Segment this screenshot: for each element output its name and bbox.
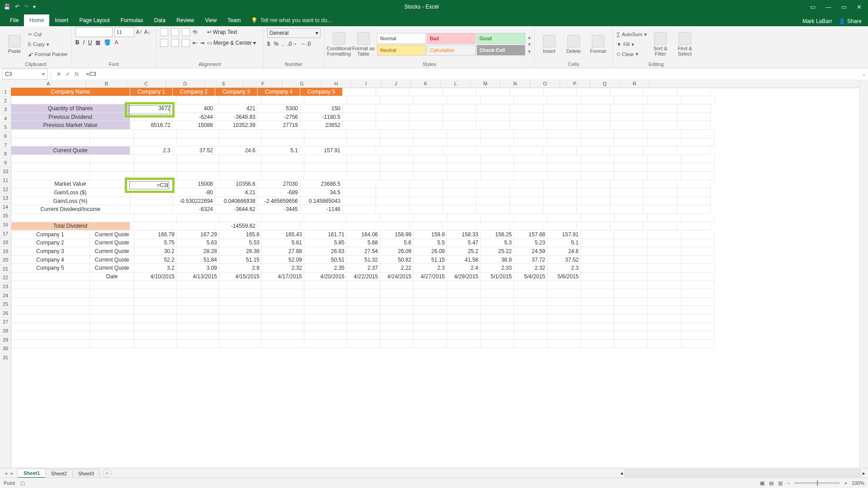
column-header-G[interactable]: G	[283, 80, 321, 80]
font-color-button[interactable]: A	[114, 39, 118, 48]
format-painter-button[interactable]: 🖌Format Painter	[28, 50, 68, 58]
clear-button[interactable]: ◇Clear ▾	[617, 50, 647, 58]
ribbon-options-icon[interactable]: ▭	[810, 4, 816, 10]
column-header-B[interactable]: B	[86, 80, 127, 80]
vertical-scrollbar[interactable]	[859, 80, 868, 80]
merge-center-button[interactable]: ▭ Merge & Center ▾	[207, 40, 256, 46]
format-as-table-button[interactable]: Format as Table	[353, 32, 374, 56]
copy-button[interactable]: ⎘Copy▾	[28, 40, 68, 49]
styles-more-icon[interactable]: ▾	[528, 48, 531, 55]
style-check-cell[interactable]: Check Cell	[476, 45, 525, 56]
insert-cells-button[interactable]: Insert	[538, 35, 560, 54]
expand-formula-bar-icon[interactable]: ⌄	[860, 71, 868, 77]
tab-data[interactable]: Data	[149, 14, 171, 26]
maximize-icon[interactable]: ▭	[841, 4, 847, 10]
column-header-R[interactable]: R	[620, 80, 650, 80]
orientation-icon[interactable]: ⟲	[193, 29, 197, 35]
conditional-formatting-button[interactable]: Conditional Formatting	[328, 32, 350, 56]
column-header-O[interactable]: O	[530, 80, 560, 80]
underline-button[interactable]: U	[88, 39, 92, 48]
style-neutral[interactable]: Neutral	[377, 45, 426, 56]
insert-function-icon[interactable]: fx	[75, 71, 81, 77]
number-format-dropdown[interactable]: General▾	[267, 28, 321, 38]
delete-cells-button[interactable]: Delete	[563, 35, 585, 54]
increase-font-icon[interactable]: A↑	[136, 29, 142, 35]
column-header-K[interactable]: K	[411, 80, 441, 80]
comma-format-icon[interactable]: ,	[282, 41, 283, 47]
tab-page-layout[interactable]: Page Layout	[74, 14, 115, 26]
align-top-icon[interactable]	[160, 28, 168, 36]
group-clipboard: Paste ✂Cut ⎘Copy▾ 🖌Format Painter Clipbo…	[0, 26, 72, 68]
column-header-M[interactable]: M	[471, 80, 500, 80]
align-middle-icon[interactable]	[171, 28, 179, 36]
style-calculation[interactable]: Calculation	[427, 45, 476, 56]
sort-filter-button[interactable]: Sort & Filter	[650, 32, 671, 56]
tab-home[interactable]: Home	[24, 14, 49, 26]
column-headers[interactable]: ABCDEFGHIJKLMNOPQR	[11, 80, 860, 80]
undo-icon[interactable]: ↶	[15, 4, 19, 10]
cancel-formula-icon[interactable]: ✕	[57, 71, 61, 77]
save-icon[interactable]: 💾	[4, 4, 10, 10]
align-center-icon[interactable]	[171, 39, 179, 47]
tab-view[interactable]: View	[200, 14, 222, 26]
enter-formula-icon[interactable]: ✓	[66, 71, 70, 77]
tab-review[interactable]: Review	[171, 14, 199, 26]
tab-formulas[interactable]: Formulas	[115, 14, 149, 26]
tab-team[interactable]: Team	[222, 14, 246, 26]
column-header-D[interactable]: D	[166, 80, 205, 80]
group-label: Alignment	[160, 61, 259, 67]
share-button[interactable]: 👤Share	[839, 18, 862, 24]
align-left-icon[interactable]	[160, 39, 168, 47]
style-bad[interactable]: Bad	[427, 33, 476, 44]
styles-scroll-down-icon[interactable]: ▾	[528, 41, 531, 47]
column-header-P[interactable]: P	[560, 80, 590, 80]
decrease-font-icon[interactable]: A↓	[144, 29, 151, 35]
decrease-indent-icon[interactable]: ⇤	[193, 40, 197, 46]
column-header-C[interactable]: C	[127, 80, 166, 80]
autosum-button[interactable]: ∑AutoSum ▾	[617, 30, 647, 39]
increase-decimal-icon[interactable]: .0→	[287, 41, 297, 47]
style-good[interactable]: Good	[476, 33, 525, 44]
increase-indent-icon[interactable]: ⇥	[200, 40, 204, 46]
italic-button[interactable]: I	[83, 39, 84, 48]
column-header-I[interactable]: I	[351, 80, 381, 80]
find-select-button[interactable]: Find & Select	[674, 32, 696, 56]
font-size-dropdown[interactable]: 11	[114, 27, 134, 37]
user-name[interactable]: Mark LaBarr	[802, 18, 832, 24]
column-header-H[interactable]: H	[321, 80, 351, 80]
column-header-A[interactable]: A	[11, 80, 86, 80]
formula-input[interactable]: =C3	[84, 71, 860, 77]
styles-scroll-up-icon[interactable]: ▴	[528, 34, 531, 40]
qat-more-icon[interactable]: ▾	[33, 4, 36, 10]
fill-button[interactable]: ▼Fill ▾	[617, 40, 647, 49]
column-header-E[interactable]: E	[205, 80, 244, 80]
bold-button[interactable]: B	[75, 39, 80, 48]
decrease-decimal-icon[interactable]: ←.0	[301, 41, 311, 47]
paste-button[interactable]: Paste	[4, 35, 25, 54]
style-normal[interactable]: Normal	[377, 33, 426, 44]
tab-insert[interactable]: Insert	[49, 14, 74, 26]
borders-button[interactable]: ▦	[95, 39, 100, 48]
format-cells-button[interactable]: Format	[587, 35, 609, 54]
column-header-J[interactable]: J	[381, 80, 411, 80]
accounting-format-icon[interactable]: $	[267, 41, 270, 47]
column-header-F[interactable]: F	[244, 80, 283, 80]
percent-format-icon[interactable]: %	[274, 41, 278, 47]
minimize-icon[interactable]: —	[826, 4, 831, 10]
tab-file[interactable]: File	[5, 14, 24, 26]
close-icon[interactable]: ✕	[857, 4, 862, 10]
spreadsheet-grid[interactable]: ABCDEFGHIJKLMNOPQR 123456789101112131415…	[0, 80, 868, 80]
cut-button[interactable]: ✂Cut	[28, 30, 68, 39]
align-bottom-icon[interactable]	[182, 28, 190, 36]
wrap-text-button[interactable]: ↩ Wrap Text	[207, 29, 237, 35]
tell-me-search[interactable]: 💡Tell me what you want to do...	[246, 14, 336, 26]
column-header-Q[interactable]: Q	[590, 80, 620, 80]
align-right-icon[interactable]	[182, 39, 190, 47]
column-header-L[interactable]: L	[441, 80, 471, 80]
fill-color-button[interactable]: 🪣	[104, 39, 111, 48]
select-all-corner[interactable]	[0, 80, 11, 80]
redo-icon[interactable]: ↷	[24, 4, 28, 10]
font-family-dropdown[interactable]	[75, 27, 113, 37]
column-header-N[interactable]: N	[500, 80, 530, 80]
name-box[interactable]: C3▾	[2, 69, 48, 80]
